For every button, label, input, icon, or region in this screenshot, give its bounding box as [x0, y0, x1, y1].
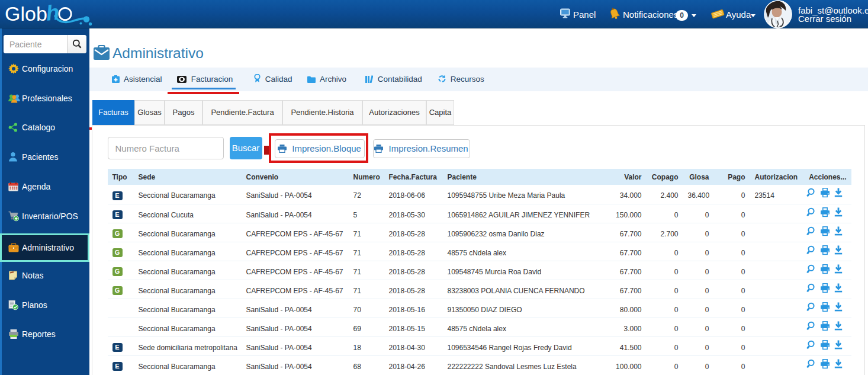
svg-text:h: h	[45, 1, 60, 25]
svg-text:Glob: Glob	[5, 2, 47, 25]
